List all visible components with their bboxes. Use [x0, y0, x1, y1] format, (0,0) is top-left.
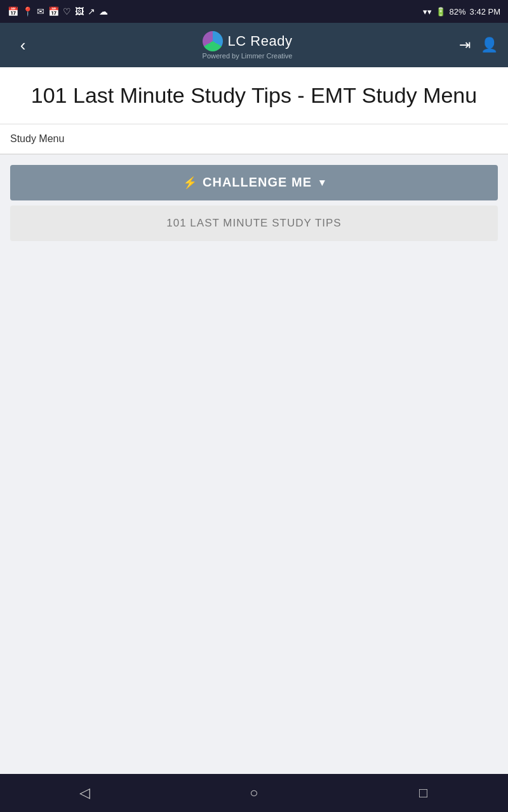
nav-home-icon: ○: [250, 785, 258, 801]
battery-percent: 82%: [450, 7, 466, 16]
challenge-me-button[interactable]: ⚡ CHALLENGE ME ▾: [10, 165, 498, 200]
brand-name: LC Ready: [228, 33, 293, 49]
gmail-icon: ✉: [37, 6, 44, 16]
study-tips-label: 101 LAST MINUTE STUDY TIPS: [166, 217, 341, 230]
login-icon[interactable]: ⇥: [459, 37, 471, 53]
battery-icon: 🔋: [436, 7, 446, 16]
brand-tagline: Powered by Limmer Creative: [203, 52, 293, 60]
add-user-icon[interactable]: 👤: [481, 37, 498, 53]
back-button[interactable]: ‹: [10, 36, 36, 55]
image-icon: 🖼: [75, 6, 84, 16]
app-brand: LC Ready Powered by Limmer Creative: [203, 31, 293, 60]
brand-logo: [203, 31, 223, 51]
buttons-section: ⚡ CHALLENGE ME ▾ 101 LAST MINUTE STUDY T…: [0, 155, 508, 251]
heart-icon: ♡: [63, 6, 71, 16]
status-info-right: ▾▾ 🔋 82% 3:42 PM: [423, 7, 500, 16]
lightning-icon: ⚡: [183, 176, 197, 190]
nav-bar: ◁ ○ □: [0, 774, 508, 812]
location-icon: 📍: [22, 6, 33, 16]
nav-home-button[interactable]: ○: [235, 774, 273, 812]
calendar-icon-1: 📅: [8, 6, 18, 16]
nav-back-button[interactable]: ◁: [65, 774, 104, 812]
app-bar: ‹ LC Ready Powered by Limmer Creative ⇥ …: [0, 23, 508, 67]
nav-recents-icon: □: [419, 785, 427, 801]
status-bar: 📅 📍 ✉ 📅 ♡ 🖼 ↗ ☁ ▾▾ 🔋 82% 3:42 PM: [0, 0, 508, 23]
app-bar-actions: ⇥ 👤: [459, 37, 498, 53]
nav-back-icon: ◁: [79, 785, 90, 801]
cloud-icon: ☁: [99, 6, 108, 16]
empty-space: [0, 251, 508, 774]
study-tips-button[interactable]: 101 LAST MINUTE STUDY TIPS: [10, 206, 498, 241]
page-title: 101 Last Minute Study Tips - EMT Study M…: [10, 82, 498, 108]
breadcrumb: Study Menu: [10, 133, 64, 144]
status-icons-left: 📅 📍 ✉ 📅 ♡ 🖼 ↗ ☁: [8, 6, 108, 16]
clock: 3:42 PM: [470, 7, 500, 16]
challenge-me-label: CHALLENGE ME: [203, 175, 312, 190]
nav-recents-button[interactable]: □: [404, 774, 443, 812]
dropdown-arrow-icon: ▾: [319, 176, 325, 188]
page-title-section: 101 Last Minute Study Tips - EMT Study M…: [0, 67, 508, 124]
wifi-icon: ▾▾: [423, 7, 432, 16]
brand-row: LC Ready: [203, 31, 293, 51]
share-icon: ↗: [88, 6, 95, 16]
breadcrumb-section: Study Menu: [0, 124, 508, 154]
calendar-icon-2: 📅: [48, 6, 59, 16]
